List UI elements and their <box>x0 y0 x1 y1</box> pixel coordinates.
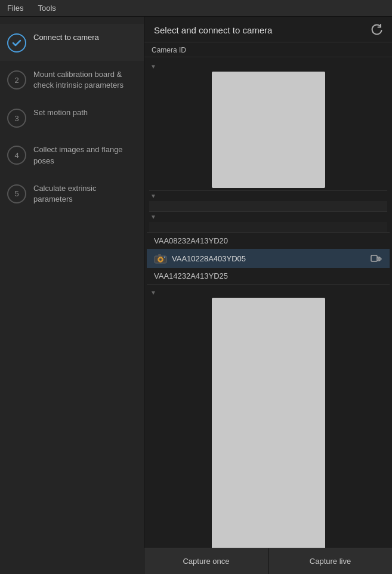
svg-rect-3 <box>158 254 161 256</box>
refresh-icon[interactable] <box>371 24 382 36</box>
camera-preview-top <box>212 72 325 188</box>
data-row-1 <box>149 201 387 211</box>
panel-header: Select and connect to camera <box>144 17 392 42</box>
step5-circle: 5 <box>7 184 26 203</box>
chevron-down-icon-1: ▼ <box>150 63 156 70</box>
app-layout: Connect to camera 2 Mount calibration bo… <box>0 17 392 574</box>
sidebar-item-step1[interactable]: Connect to camera <box>0 24 144 61</box>
step3-circle: 3 <box>7 109 26 128</box>
connect-icon[interactable] <box>371 252 382 264</box>
camera-item-2[interactable]: VAA14232A413YD25 <box>147 268 390 285</box>
sidebar-item-step2[interactable]: 2 Mount calibration board & check intrin… <box>0 61 144 99</box>
sidebar-item-step5[interactable]: 5 Calculate extrinsic parameters <box>0 175 144 213</box>
svg-rect-5 <box>371 255 377 261</box>
step2-label: Mount calibration board & check intrinsi… <box>33 69 137 91</box>
bottom-buttons: Capture once Capture live <box>144 548 392 574</box>
camera-id-1: VAA10228A403YD05 <box>172 254 246 263</box>
camera-id-2: VAA14232A413YD25 <box>154 271 228 280</box>
camera-id-header-row: Camera ID <box>144 42 392 57</box>
sidebar-item-step4[interactable]: 4 Collect images and flange poses <box>0 136 144 174</box>
stripe-row-2: ▼ <box>149 211 387 222</box>
bottom-preview-section: ▼ ▼ ▼ ▼ <box>144 285 392 548</box>
camera-id-0: VAA08232A413YD20 <box>154 236 228 245</box>
menu-files[interactable]: Files <box>5 2 26 14</box>
chevron-down-icon-2: ▼ <box>150 193 156 199</box>
capture-live-button[interactable]: Capture live <box>268 548 392 574</box>
menubar: Files Tools <box>0 0 392 17</box>
chevron-down-icon-b1: ▼ <box>150 289 156 296</box>
step4-label: Collect images and flange poses <box>33 144 137 166</box>
step1-label: Connect to camera <box>33 32 137 43</box>
capture-once-button[interactable]: Capture once <box>144 548 268 574</box>
top-preview-section: ▼ ▼ ▼ <box>144 57 392 232</box>
svg-point-6 <box>378 258 379 260</box>
scroll-row-1: ▼ <box>149 61 387 72</box>
camera-icon <box>154 254 167 264</box>
panel-content: Camera ID ▼ ▼ ▼ <box>144 42 392 574</box>
scroll-area[interactable]: Camera ID ▼ ▼ ▼ <box>144 42 392 548</box>
camera-item-1-left: VAA10228A403YD05 <box>154 254 246 264</box>
step3-label: Set motion path <box>33 107 137 118</box>
camera-item-1[interactable]: VAA10228A403YD05 <box>147 249 390 268</box>
sidebar: Connect to camera 2 Mount calibration bo… <box>0 17 144 574</box>
camera-preview-bottom <box>212 298 325 548</box>
menu-tools[interactable]: Tools <box>35 2 58 14</box>
chevron-down-icon-3: ▼ <box>150 214 156 220</box>
step4-circle: 4 <box>7 146 26 165</box>
step5-label: Calculate extrinsic parameters <box>33 183 137 205</box>
camera-id-label: Camera ID <box>152 46 186 54</box>
main-panel: Select and connect to camera Camera ID <box>144 17 392 574</box>
data-row-2 <box>149 222 387 232</box>
step2-circle: 2 <box>7 70 26 90</box>
panel-title: Select and connect to camera <box>154 25 272 35</box>
stripe-row-1: ▼ <box>149 190 387 201</box>
scroll-row-b1: ▼ <box>149 287 387 298</box>
camera-item-0[interactable]: VAA08232A413YD20 <box>147 232 390 249</box>
svg-point-4 <box>164 257 165 258</box>
sidebar-item-step3[interactable]: 3 Set motion path <box>0 99 144 136</box>
step1-circle <box>7 33 26 53</box>
